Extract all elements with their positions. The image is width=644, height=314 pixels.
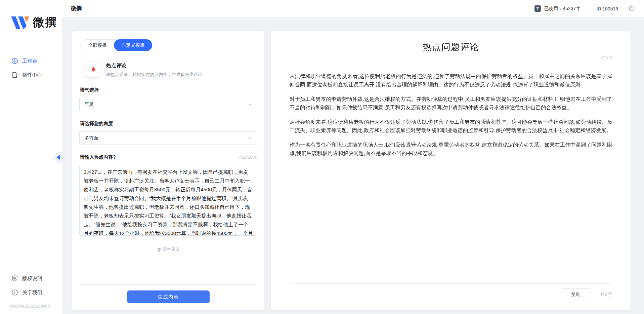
output-panel: 热点问题评论 6/100 从法律和职业道德的角度来看,这位便利店老板的行为是违法…	[271, 31, 631, 310]
usage-badge[interactable]: T 已使用：45237字	[529, 3, 586, 14]
output-word-count: 469字	[600, 291, 612, 298]
template-card-text: 热点评论 蹭热点必备：粘贴实时热点内容，生成多角度评论	[106, 62, 202, 78]
user-id: ID:100519	[596, 6, 618, 11]
output-paragraph: 从社会角度来看,这位便利店老板的行为不仅违反了劳动法规,也伤害了员工和男友的感情…	[290, 118, 612, 134]
logo-w-icon	[11, 15, 30, 30]
chevron-down-icon	[248, 136, 252, 141]
chevron-down-icon	[248, 102, 252, 107]
sidebar: 微撰 工作台	[0, 0, 62, 314]
angle-value: 多方面	[84, 135, 98, 141]
sidebar-footer: 版权说明 关于我们 鄂ICP备2022016946号	[0, 271, 62, 311]
tone-label: 语气选择	[80, 87, 257, 93]
app-logo: 微撰	[0, 0, 62, 30]
sidebar-item-drafts[interactable]: 稿件中心	[0, 68, 62, 82]
page-title: 微撰	[71, 5, 82, 12]
topbar: 微撰 T 已使用：45237字 ID:100519	[62, 0, 644, 17]
generate-button[interactable]: 生成内容	[127, 290, 210, 303]
output-paragraph: 从法律和职业道德的角度来看,这位便利店老板的行为是违法的,违反了劳动法规中的保护…	[290, 72, 612, 89]
clear-input-label: 清空录入	[163, 246, 180, 252]
document-icon	[11, 72, 18, 78]
main-content: 全部模板 自定义模板 热点评论 蹭热点必备：粘贴实时热点内容，生成多角度评论 语…	[62, 17, 644, 314]
topbar-right: T 已使用：45237字 ID:100519	[529, 3, 635, 14]
output-body: 从法律和职业道德的角度来看,这位便利店老板的行为是违法的,违反了劳动法规中的保护…	[290, 63, 612, 283]
template-tabs: 全部模板 自定义模板	[80, 39, 152, 51]
hotspot-label-row: 请输入热点内容? 481/2000	[79, 154, 257, 160]
template-card-hot-comment[interactable]: 热点评论 蹭热点必备：粘贴实时热点内容，生成多角度评论	[85, 62, 257, 78]
sidebar-collapse-handle[interactable]	[54, 152, 62, 163]
copy-button[interactable]: 复制	[561, 288, 591, 300]
sidebar-item-label: 工作台	[22, 58, 37, 64]
hotspot-input[interactable]: 3月27日，在广东佛山，有网友在社交平台上发文称，因自己提离职，男友被老板一并开…	[79, 165, 257, 236]
hotspot-char-counter: 481/2000	[239, 155, 257, 160]
sidebar-item-label: 版权说明	[22, 275, 42, 282]
usage-label: 已使用：45237字	[544, 6, 581, 12]
power-logout-icon[interactable]	[628, 5, 635, 12]
sidebar-item-label: 稿件中心	[22, 72, 42, 78]
output-title: 热点问题评论	[290, 41, 612, 53]
trash-icon	[157, 247, 161, 252]
tab-all-templates[interactable]: 全部模板	[81, 40, 114, 51]
tone-select[interactable]: 严肃	[79, 98, 257, 111]
app-root: 微撰 工作台	[0, 0, 644, 314]
icp-license-link[interactable]: 鄂ICP备2022016946号	[0, 300, 62, 311]
collapse-left-icon	[56, 155, 60, 160]
sidebar-item-label: 关于我们	[22, 289, 42, 296]
generate-footer: 生成内容	[79, 284, 257, 310]
output-counter: 6/100	[290, 55, 612, 60]
workspace-icon	[11, 57, 18, 64]
output-paragraph: 对于员工和男友的申请劳动仲裁,这是合法维权的方式。在劳动仲裁的过程中,员工和男友…	[290, 95, 612, 112]
output-footer: 复制 469字	[290, 283, 612, 310]
composer-panel: 全部模板 自定义模板 热点评论 蹭热点必备：粘贴实时热点内容，生成多角度评论 语…	[72, 31, 264, 310]
clear-input-button[interactable]: 清空录入	[79, 246, 257, 252]
angle-label: 请选择您的角度	[80, 121, 257, 127]
angle-select[interactable]: 多方面	[79, 131, 257, 145]
output-paragraph: 作为一名有责任心和职业道德的职场人士,我们应该遵守劳动法规,尊重劳动者的权益,建…	[290, 141, 612, 157]
sidebar-item-workspace[interactable]: 工作台	[0, 54, 62, 68]
template-title: 热点评论	[106, 63, 202, 69]
shield-copyright-icon	[11, 275, 18, 282]
sidebar-item-copyright[interactable]: 版权说明	[0, 271, 62, 285]
spacer	[79, 252, 257, 284]
hotspot-label: 请输入热点内容?	[80, 154, 116, 160]
logo-text: 微撰	[33, 15, 57, 30]
sidebar-nav: 工作台 稿件中心	[0, 54, 62, 82]
info-icon	[11, 289, 18, 296]
word-usage-icon: T	[534, 5, 541, 12]
template-description: 蹭热点必备：粘贴实时热点内容，生成多角度评论	[106, 72, 202, 78]
tab-custom-templates[interactable]: 自定义模板	[114, 39, 152, 51]
sidebar-item-about[interactable]: 关于我们	[0, 285, 62, 300]
flame-icon	[85, 62, 101, 77]
tone-value: 严肃	[84, 102, 94, 108]
